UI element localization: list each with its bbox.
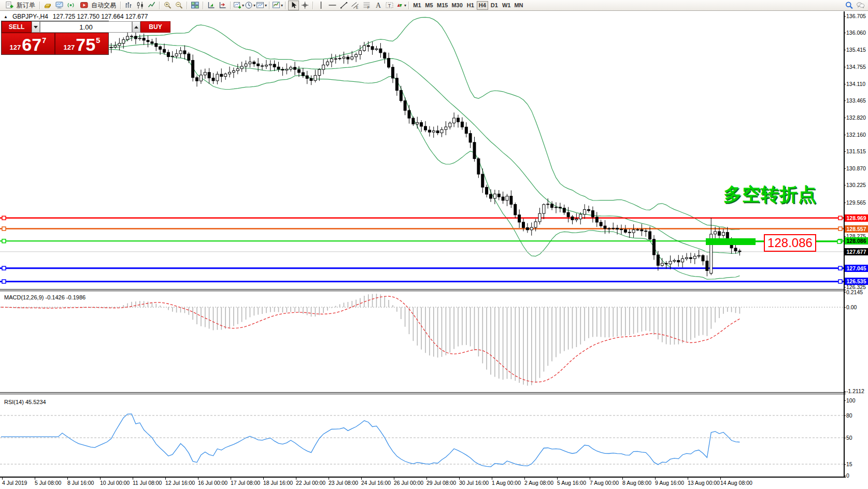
chart-template-icon[interactable]: ▾ — [256, 1, 267, 10]
candle — [510, 191, 513, 208]
buy-button[interactable]: BUY — [140, 21, 170, 33]
crosshair-icon[interactable] — [300, 1, 310, 10]
candle — [710, 218, 713, 275]
bar-chart-icon[interactable] — [123, 1, 134, 10]
line-anchor-marker[interactable] — [2, 266, 6, 270]
new-order-button[interactable]: 新订单 — [2, 1, 37, 10]
timeframe-button-h4[interactable]: H4 — [477, 1, 488, 10]
volume-decrease-button[interactable] — [32, 21, 40, 33]
autotrade-icon — [79, 1, 90, 10]
line-anchor-marker[interactable] — [838, 280, 842, 283]
buy-price-button[interactable]: 127755 — [55, 33, 108, 54]
volume-input[interactable] — [40, 21, 132, 33]
candle — [204, 69, 206, 79]
candle-body — [698, 255, 700, 256]
candle-body — [461, 122, 463, 127]
rsi-axis-label: 50 — [846, 435, 852, 441]
rsi-line — [1, 414, 739, 467]
candle-body — [383, 53, 386, 59]
rsi-axis-tick — [844, 415, 846, 416]
signal-icon[interactable] — [65, 1, 76, 10]
candle-body — [726, 233, 729, 239]
panel-separator[interactable] — [0, 289, 846, 291]
candle — [486, 185, 488, 198]
text-icon[interactable]: A — [373, 1, 383, 10]
profiles-clock-icon[interactable]: ▾ — [245, 1, 255, 10]
market-monitor-icon[interactable] — [54, 1, 65, 10]
candle-body — [310, 79, 312, 81]
sell-button[interactable]: SELL — [2, 21, 32, 33]
arrows-icon[interactable]: ▾ — [395, 1, 406, 10]
price-level-callout[interactable]: 128.086 — [764, 234, 816, 252]
auto-scroll-icon[interactable] — [206, 1, 217, 10]
candle — [432, 127, 435, 138]
sell-price-button[interactable]: 127677 — [2, 33, 54, 54]
chart-shift-icon[interactable] — [217, 1, 228, 10]
candle — [436, 126, 439, 135]
price-badge-128.557: 128.557 — [845, 225, 868, 233]
gold-box-icon[interactable] — [42, 1, 53, 10]
time-axis-label: 16 Jul 00:00 — [198, 480, 227, 486]
line-anchor-marker[interactable] — [2, 216, 6, 220]
panel-separator[interactable] — [0, 392, 846, 394]
candle — [200, 70, 202, 84]
green-highlight-bar[interactable] — [706, 238, 756, 245]
indicators-icon[interactable]: ▾ — [272, 1, 283, 10]
macd-axis-label: 0.00 — [846, 304, 857, 310]
candle-body — [167, 52, 169, 57]
timeframe-button-m30[interactable]: M30 — [450, 1, 464, 10]
zoom-out-icon[interactable] — [174, 1, 184, 10]
timeframe-button-m5[interactable]: M5 — [423, 1, 435, 10]
timeframe-button-m1[interactable]: M1 — [411, 1, 423, 10]
timeframe-button-mn[interactable]: MN — [513, 1, 524, 10]
line-anchor-marker[interactable] — [2, 239, 6, 243]
line-anchor-marker[interactable] — [838, 216, 842, 220]
tile-windows-icon[interactable] — [190, 1, 201, 10]
bollinger-upper-band — [34, 17, 739, 229]
horizontal-line-icon[interactable] — [327, 1, 338, 10]
candle-body — [506, 196, 508, 200]
line-anchor-marker[interactable] — [838, 227, 842, 231]
candle — [359, 45, 362, 60]
vertical-line-icon[interactable] — [316, 1, 326, 10]
timeframe-button-m15[interactable]: M15 — [435, 1, 449, 10]
candle — [506, 194, 508, 206]
trendline-icon[interactable] — [338, 1, 349, 10]
price-axis-tick — [844, 33, 846, 33]
bull-bear-turning-point-annotation[interactable]: 多空转折点 — [723, 182, 817, 207]
line-anchor-marker[interactable] — [2, 280, 6, 283]
line-anchor-marker[interactable] — [2, 227, 6, 231]
equidistant-channel-icon[interactable]: E — [350, 1, 361, 10]
time-axis-tick — [361, 478, 362, 480]
volume-increase-button[interactable] — [132, 21, 140, 33]
line-chart-icon[interactable] — [146, 1, 157, 10]
search-icon[interactable] — [844, 1, 855, 10]
dropdown-caret-icon: ▾ — [265, 3, 267, 8]
line-anchor-marker[interactable] — [837, 240, 841, 243]
timeframe-button-w1[interactable]: W1 — [501, 1, 513, 10]
candle-body — [400, 91, 402, 101]
collapse-panel-icon[interactable]: ▲ — [4, 15, 8, 19]
timeframe-button-h1[interactable]: H1 — [465, 1, 476, 10]
candle-body — [669, 261, 672, 264]
candlestick-chart-icon[interactable] — [135, 1, 146, 10]
candle-body — [738, 251, 741, 251]
line-anchor-marker[interactable] — [838, 266, 842, 270]
autotrading-button[interactable]: 自动交易 — [77, 1, 118, 10]
candle — [229, 67, 231, 78]
candle-body — [261, 66, 264, 66]
timeframe-button-d1[interactable]: D1 — [489, 1, 500, 10]
toolbar-separator — [230, 2, 231, 9]
new-chart-icon[interactable]: ▾ — [233, 1, 244, 10]
toolbar-button-label: 自动交易 — [91, 1, 116, 10]
zoom-in-icon[interactable] — [162, 1, 173, 10]
fibonacci-icon[interactable]: F — [361, 1, 372, 10]
candle — [375, 46, 378, 51]
cursor-icon[interactable] — [288, 1, 299, 10]
candle-body — [595, 217, 598, 222]
text-label-icon[interactable]: T — [384, 1, 395, 10]
candle — [477, 157, 480, 178]
candle — [314, 70, 317, 82]
chat-icon[interactable] — [855, 1, 866, 10]
time-axis-tick — [100, 478, 101, 480]
